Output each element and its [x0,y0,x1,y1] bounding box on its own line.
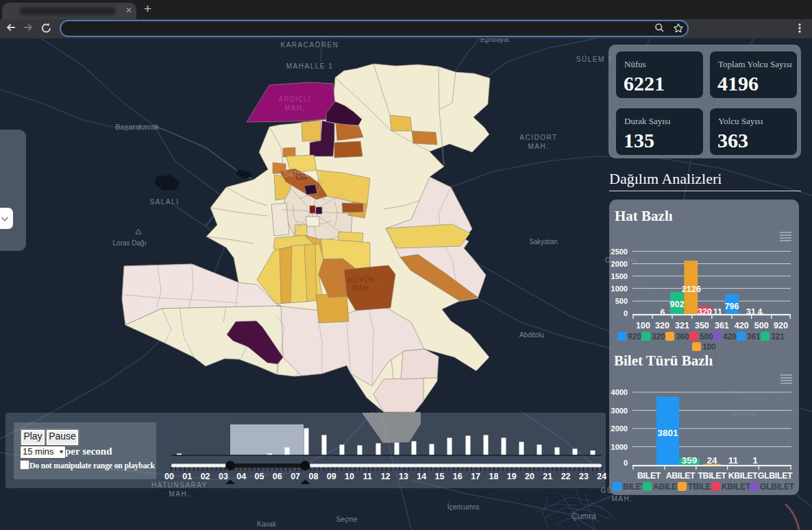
svg-text:Başarakavak: Başarakavak [115,123,159,131]
svg-text:350: 350 [695,321,709,330]
svg-text:31: 31 [746,307,756,317]
svg-text:24: 24 [597,472,606,481]
svg-text:Sakyatan: Sakyatan [529,238,558,245]
svg-text:09: 09 [327,472,336,481]
svg-text:SARAYKÖY: SARAYKÖY [223,188,267,196]
svg-text:KARACAÖREN: KARACAÖREN [280,41,339,49]
svg-text:2000: 2000 [611,424,628,433]
svg-text:KARADİĞİN: KARADİĞİN [161,330,206,339]
svg-text:MAH.: MAH. [352,285,372,292]
svg-text:GLBILET: GLBILET [758,471,793,481]
svg-text:YENİBAHÇE: YENİBAHÇE [273,329,319,337]
svg-text:0: 0 [624,459,628,467]
svg-text:2000: 2000 [611,260,628,268]
svg-text:0: 0 [624,309,628,317]
svg-text:4000: 4000 [611,388,628,396]
svg-text:21: 21 [543,472,552,481]
svg-text:05: 05 [255,472,264,481]
svg-text:20: 20 [525,472,534,481]
svg-text:16: 16 [453,472,463,481]
svg-text:22: 22 [561,472,571,481]
svg-text:321: 321 [675,321,689,330]
svg-text:ABILET: ABILET [666,471,696,481]
svg-text:Seçme: Seçme [336,516,358,523]
svg-text:12: 12 [381,472,391,481]
svg-text:HÜYÜK: HÜYÜK [348,276,376,284]
svg-text:KBILET: KBILET [728,471,758,481]
svg-text:11: 11 [728,455,739,466]
svg-text:359: 359 [682,455,698,466]
svg-text:100: 100 [636,321,650,330]
svg-text:1000: 1000 [611,443,628,451]
svg-text:500: 500 [754,321,769,330]
svg-text:902: 902 [670,300,685,309]
svg-text:MAH.: MAH. [286,338,306,346]
svg-text:13: 13 [399,472,408,481]
svg-text:ARDIÇLI: ARDIÇLI [278,95,311,103]
svg-text:14: 14 [417,472,426,481]
svg-text:361: 361 [715,321,729,330]
svg-text:500: 500 [615,297,628,305]
svg-text:MAH.: MAH. [169,490,190,498]
svg-text:Loras Dağı: Loras Dağı [113,239,147,247]
svg-text:MAH.: MAH. [173,339,194,347]
svg-text:TBILET: TBILET [698,471,726,481]
svg-text:18: 18 [489,472,498,481]
svg-text:420: 420 [735,321,749,330]
svg-text:3000: 3000 [611,407,628,415]
svg-text:2500: 2500 [611,248,628,256]
svg-text:02: 02 [201,472,210,481]
svg-text:04: 04 [236,472,246,481]
svg-text:320: 320 [655,321,669,330]
svg-text:23: 23 [579,472,589,481]
svg-text:10: 10 [345,472,354,481]
svg-text:11: 11 [363,472,372,481]
svg-text:6: 6 [661,308,665,317]
svg-text:MAH.: MAH. [528,143,550,150]
svg-text:1000: 1000 [611,285,628,293]
svg-text:01: 01 [182,472,192,481]
svg-text:MAH.: MAH. [612,495,633,503]
svg-text:İçericumra: İçericumra [447,503,480,511]
svg-text:19: 19 [507,472,517,481]
svg-text:15: 15 [435,472,445,481]
svg-text:08: 08 [308,472,318,481]
svg-text:SALALI: SALALI [150,198,180,206]
svg-text:320: 320 [698,307,712,317]
svg-text:Kavak: Kavak [257,520,277,528]
svg-text:Selçuklu: Selçuklu [283,169,320,179]
svg-text:11: 11 [713,307,722,317]
svg-text:06: 06 [273,472,282,481]
svg-text:3801: 3801 [657,428,678,438]
svg-text:ACIDORT: ACIDORT [519,134,557,141]
svg-text:920: 920 [774,321,788,330]
svg-text:Abditolu: Abditolu [519,331,544,339]
svg-text:07: 07 [291,472,300,481]
svg-text:2126: 2126 [682,285,701,294]
svg-text:Eğribayat: Eğribayat [480,38,509,43]
svg-text:1500: 1500 [611,272,628,280]
svg-text:1: 1 [752,455,758,466]
svg-text:17: 17 [471,472,480,481]
svg-text:4: 4 [758,307,763,317]
svg-text:BILET: BILET [637,471,661,481]
svg-text:24: 24 [706,455,717,466]
svg-text:MAHALLE 1: MAHALLE 1 [286,62,334,70]
svg-text:MAH.: MAH. [284,104,305,112]
svg-text:KATIP MAH.: KATIP MAH. [233,300,279,308]
svg-text:00: 00 [164,472,174,481]
svg-text:03: 03 [219,472,228,481]
svg-text:796: 796 [725,302,739,311]
